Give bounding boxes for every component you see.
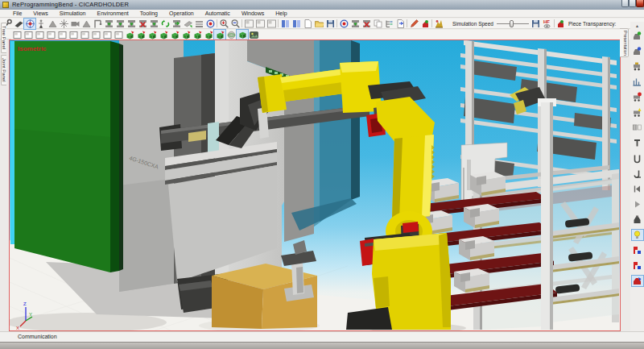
tool-j-icon[interactable] [632,168,643,179]
world-sphere-icon[interactable] [225,30,237,40]
close-button[interactable] [636,0,644,7]
viewport-3d[interactable]: 4G-150CXA [9,39,621,331]
dock-right-icon[interactable] [291,19,302,29]
bend-view-5-icon[interactable] [169,30,180,40]
press-run-icon[interactable] [148,19,159,29]
menu-automatic[interactable]: Automatic [205,10,230,16]
snapshot-icon[interactable] [248,30,259,40]
menu-tooling[interactable]: Tooling [140,10,158,16]
sheet-step-icon[interactable] [182,19,193,29]
recalculate-icon[interactable] [159,19,171,29]
robot-dark-icon[interactable] [632,214,643,225]
crane-icon[interactable] [92,19,103,29]
robot-home-green-icon[interactable] [632,31,643,41]
bend-view-4-icon[interactable] [158,30,169,40]
cart-warn-icon[interactable] [632,107,643,118]
camera-view-icon[interactable] [69,19,80,29]
view-iso1-icon[interactable] [79,30,90,40]
light-icon[interactable] [632,230,643,240]
zoom-out-icon[interactable] [229,19,241,29]
view-left-icon[interactable] [34,30,45,40]
piece-edit-icon[interactable] [555,19,567,29]
robot-program-icon[interactable] [419,19,431,29]
press-load-icon[interactable] [103,19,114,29]
save-state-icon[interactable] [530,19,542,29]
press-step-icon[interactable] [171,19,182,29]
view-front-icon[interactable] [11,30,23,40]
view-iso3-icon[interactable] [101,30,113,40]
menu-windows[interactable]: Windows [242,10,264,16]
dock-blue-red-icon[interactable] [632,260,643,271]
view-iso2-icon[interactable] [90,30,101,40]
grid-a-icon[interactable] [632,123,643,133]
robot-select-icon[interactable] [632,276,643,286]
menu-simulation[interactable]: Simulation [60,10,86,16]
slider-thumb[interactable] [510,20,514,27]
bend-view-2-icon[interactable] [135,30,147,40]
robot-home-blue-icon[interactable] [632,46,643,56]
sheet-part-icon[interactable] [13,19,24,29]
collision-check-icon[interactable] [204,19,216,29]
joint-bars-icon[interactable] [632,77,643,87]
minimize-button[interactable] [621,0,629,7]
tab-joint-panel[interactable]: Joint Panel [1,55,6,85]
export-doc-icon[interactable] [394,19,406,29]
piece-rotate-icon[interactable] [214,30,225,40]
view-bottom-icon[interactable] [68,30,79,40]
view-top-icon[interactable] [56,30,68,40]
maximize-button[interactable] [629,0,636,7]
view-back-icon[interactable] [23,30,34,40]
window-layout-3-icon[interactable] [266,19,277,29]
bend-view-6-icon[interactable] [180,30,192,40]
press-feed-icon[interactable] [114,19,126,29]
save-project-icon[interactable] [324,19,336,29]
press-bend-icon[interactable] [126,19,137,29]
step-back-icon[interactable] [632,184,643,194]
menu-environment[interactable]: Environment [97,10,129,16]
press-delete-icon[interactable] [137,19,148,29]
dock-red-blue-icon[interactable] [632,245,643,256]
window-layout-1-icon[interactable] [243,19,254,29]
stack-parts-icon[interactable] [193,19,204,29]
cart-tool-icon[interactable] [632,61,643,72]
bend-view-3-icon[interactable] [147,30,158,40]
bend-view-7-icon[interactable] [192,30,203,40]
tree-view-icon[interactable] [383,19,394,29]
part-axes-icon[interactable] [58,19,69,29]
menu-views[interactable]: Views [33,10,48,16]
tab-tree-panel[interactable]: Tree Panel [1,23,6,53]
tab-presentation[interactable]: Presentation [620,28,629,57]
tool-u-icon[interactable] [632,153,643,164]
menu-help[interactable]: Help [275,10,287,16]
machine-b-icon[interactable] [361,19,372,29]
svg-text:X: X [16,326,19,330]
dock-left-icon[interactable] [279,19,291,29]
view-right-icon[interactable] [45,30,56,40]
play-icon[interactable] [632,199,643,210]
hide-show-icon[interactable]: HF [542,19,553,29]
viewport-3d-scene[interactable]: 4G-150CXA [10,40,620,330]
robot-posture-icon[interactable] [35,19,47,29]
open-project-icon[interactable] [313,19,324,29]
tool-prism-icon[interactable] [80,19,92,29]
bend-view-8-icon[interactable] [203,30,214,40]
menu-operation[interactable]: Operation [169,10,194,16]
edit-red-icon[interactable] [408,19,419,29]
overflow-arrow-icon[interactable]: ▲ [630,23,644,28]
simulation-speed-slider[interactable] [497,20,529,27]
simulation-mode-icon[interactable] [433,19,444,29]
view-iso4-icon[interactable] [113,30,124,40]
tool-t-icon[interactable] [632,138,643,148]
menu-file[interactable]: File [13,10,22,16]
copy-icon[interactable] [372,19,383,29]
navigation-target-icon[interactable] [24,19,35,29]
piece-view-icon[interactable] [237,30,248,40]
window-layout-2-icon[interactable] [254,19,266,29]
machine-a-icon[interactable] [349,19,361,29]
cart-delete-icon[interactable] [632,92,643,102]
center-view-icon[interactable] [338,19,349,29]
bend-view-1-icon[interactable] [124,30,135,40]
lift-part-icon[interactable] [47,19,58,29]
zoom-in-icon[interactable] [218,19,229,29]
new-document-icon[interactable] [302,19,313,29]
